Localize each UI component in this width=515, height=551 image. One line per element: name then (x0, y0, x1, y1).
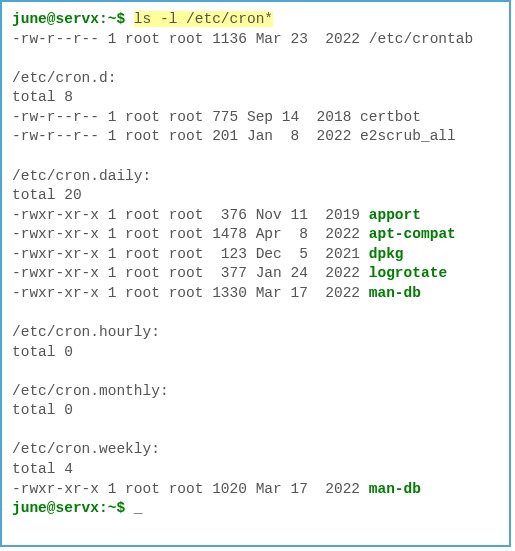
file-executable: dpkg (369, 246, 404, 262)
output-line: /etc/cron.daily: (12, 168, 151, 184)
output-line: -rw-r--r-- 1 root root 201 Jan 8 2022 e2… (12, 128, 456, 144)
cursor-icon: _ (134, 500, 143, 516)
output-line: total 0 (12, 344, 73, 360)
file-executable: man-db (369, 481, 421, 497)
output-line: /etc/cron.weekly: (12, 441, 160, 457)
output-line: -rwxr-xr-x 1 root root 377 Jan 24 2022 (12, 265, 369, 281)
shell-prompt: june@servx:~$ (12, 11, 134, 27)
output-line: -rwxr-xr-x 1 root root 1020 Mar 17 2022 (12, 481, 369, 497)
output-line: total 0 (12, 402, 73, 418)
shell-prompt: june@servx:~$ (12, 500, 134, 516)
output-line: /etc/cron.hourly: (12, 324, 160, 340)
file-executable: apt-compat (369, 226, 456, 242)
file-executable: apport (369, 207, 421, 223)
output-line: -rw-r--r-- 1 root root 775 Sep 14 2018 c… (12, 109, 421, 125)
command-input[interactable]: ls -l /etc/cron* (134, 11, 273, 27)
output-line: total 8 (12, 89, 73, 105)
output-line: total 4 (12, 461, 73, 477)
terminal-window[interactable]: june@servx:~$ ls -l /etc/cron* -rw-r--r-… (0, 0, 511, 547)
output-line: -rwxr-xr-x 1 root root 1330 Mar 17 2022 (12, 285, 369, 301)
output-line: -rwxr-xr-x 1 root root 376 Nov 11 2019 (12, 207, 369, 223)
output-line: /etc/cron.d: (12, 70, 116, 86)
file-executable: man-db (369, 285, 421, 301)
output-line: -rwxr-xr-x 1 root root 123 Dec 5 2021 (12, 246, 369, 262)
output-line: -rwxr-xr-x 1 root root 1478 Apr 8 2022 (12, 226, 369, 242)
output-line: total 20 (12, 187, 82, 203)
output-line: /etc/cron.monthly: (12, 383, 169, 399)
output-line: -rw-r--r-- 1 root root 1136 Mar 23 2022 … (12, 31, 473, 47)
file-executable: logrotate (369, 265, 447, 281)
